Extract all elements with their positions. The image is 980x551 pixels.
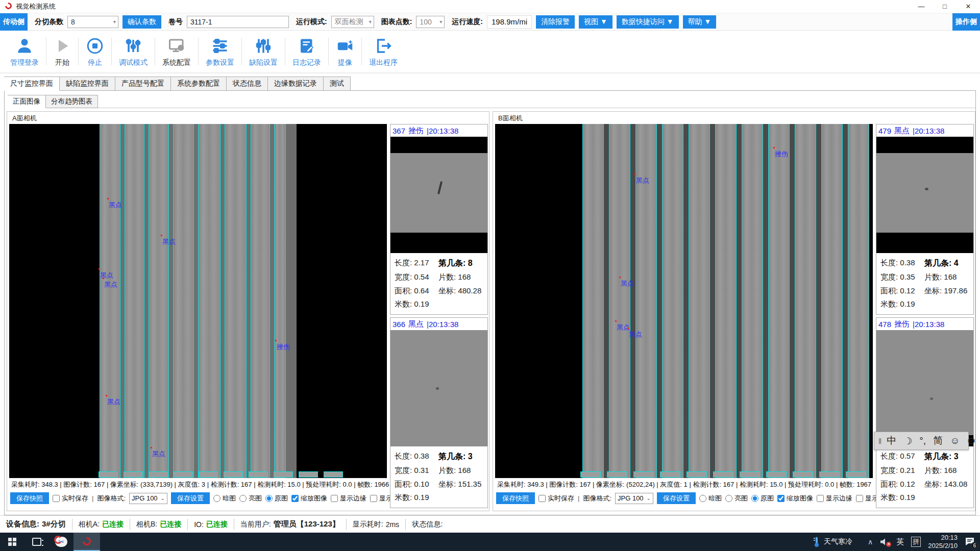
log-record-button[interactable]: 日志记录 [285,33,328,70]
windows-logo-icon [8,538,16,546]
show-edge-checkbox[interactable]: 显示边缘 [817,494,852,503]
original-image-radio[interactable]: 原图 [265,494,288,503]
language-indicator[interactable]: 英 [896,537,904,547]
show-edge-checkbox[interactable]: 显示边缘 [331,494,366,503]
defect-marker: 黑点 [636,176,649,185]
dark-image-radio[interactable]: 暗图 [699,494,722,503]
image-format-select[interactable]: JPG 100⌄ [129,493,167,504]
main-tab-strip: 尺寸监控界面缺陷监控界面产品型号配置系统参数配置状态信息边缘数据记录测试 [4,77,980,91]
clock[interactable]: 20:13 2025/2/10 [928,534,958,550]
debug-mode-button[interactable]: 调试模式 [112,33,155,70]
main-tab[interactable]: 状态信息 [227,77,268,91]
weather-widget[interactable]: 天气寒冷 [813,536,852,547]
chart-points-select[interactable]: 100▾ [416,16,445,28]
panel-b-title: B面相机 [494,113,974,124]
vision-app-taskbar-button[interactable] [74,533,100,551]
realtime-save-checkbox[interactable]: 实时保存 [53,494,88,503]
defect-mark [930,397,933,400]
ime-mode-indicator[interactable]: 拼 [911,537,921,547]
bright-image-radio[interactable]: 亮图 [239,494,262,503]
defect-time: |20:13:38 [913,320,944,329]
zoom-image-checkbox[interactable]: 缩放图像 [291,494,327,503]
ime-drag-handle[interactable]: ‖ [878,437,880,445]
main-tab[interactable]: 尺寸监控界面 [4,77,60,91]
ime-items: 中☽°,简☺⚙ [887,434,975,447]
marker-layer-b: 挫伤黑点黑点黑点黑点 [495,124,873,478]
start-button[interactable]: 开始 [46,33,78,70]
confirm-count-button[interactable]: 确认条数 [122,15,161,29]
task-view-icon [32,538,41,546]
save-settings-button[interactable]: 保存设置 [171,492,210,504]
zoom-image-checkbox[interactable]: 缩放图像 [777,494,813,503]
roll-number-input[interactable] [187,16,289,28]
system-config-button[interactable]: 系统配置 [155,33,198,70]
minimize-button[interactable]: — [910,0,933,13]
defect-card[interactable]: 478 挫伤 |20:13:38 长度: 0.57 第几条: 3 宽度: 0.2… [876,317,974,508]
save-snapshot-button[interactable]: 保存快照 [10,492,49,504]
ime-toolbar-item[interactable]: ☽ [903,435,912,447]
notification-center-button[interactable]: 6 [965,537,975,547]
image-format-select[interactable]: JPG 100⌄ [615,493,653,504]
camera-image-a[interactable]: 黑点黑点黑点黑点挫伤黑点黑点 [9,124,387,478]
quick-access-menu-button[interactable]: 数据快捷访问 ▼ [617,15,679,29]
sub-tab[interactable]: 分布趋势图表 [46,95,98,108]
main-tab[interactable]: 边缘数据记录 [268,77,324,91]
defect-card[interactable]: 479 黑点 |20:13:38 长度: 0.38 第几条: 4 宽度: 0.3… [876,124,974,315]
start-button[interactable] [0,533,24,551]
main-tab[interactable]: 测试 [324,77,351,91]
bright-image-radio[interactable]: 亮图 [725,494,748,503]
view-menu-button[interactable]: 视图 ▼ [579,15,612,29]
help-menu-button[interactable]: 帮助 ▼ [683,15,717,29]
main-tab[interactable]: 缺陷监控界面 [60,77,115,91]
camera-a-status: 已连接 [102,520,124,529]
run-mode-select[interactable]: 双面检测▾ [331,16,374,28]
parameter-settings-button[interactable]: 参数设置 [199,33,241,70]
ime-toolbar-item[interactable]: 简 [933,434,943,447]
clear-alarm-button[interactable]: 清除报警 [536,15,575,29]
ime-toolbar-item[interactable]: °, [919,435,926,446]
realtime-save-checkbox[interactable]: 实时保存 [538,494,574,503]
app-logo-icon [81,536,93,547]
task-view-button[interactable] [24,533,49,551]
ime-toolbar-item[interactable]: ⚙ [967,435,976,447]
camera-panels: A面相机 黑点黑点黑点黑 [5,108,975,513]
defect-mark [436,387,439,390]
exit-program-button[interactable]: 退出程序 [362,33,405,70]
dark-image-radio[interactable]: 暗图 [213,494,236,503]
main-tab[interactable]: 产品型号配置 [115,77,171,91]
operate-side-button[interactable]: 操作侧 [952,13,980,31]
defect-id: 478 [878,320,891,329]
defect-card[interactable]: 366 黑点 |20:13:38 长度: 0.38 第几条: 3 宽度: 0.3… [390,317,488,508]
maximize-button[interactable]: □ [933,0,957,13]
snipping-tool-button[interactable]: ✂ [49,533,74,551]
volume-muted-icon[interactable]: ✕ [880,538,889,546]
close-button[interactable]: ✕ [957,0,980,13]
chevron-down-icon: ⌄ [161,495,165,501]
current-user-label: 当前用户: [240,520,271,529]
monitor-gear-icon [167,36,186,56]
roll-number-label: 卷号 [168,17,183,27]
save-snapshot-button[interactable]: 保存快照 [496,492,535,504]
save-settings-button[interactable]: 保存设置 [657,492,696,504]
display-time-value: 2ms [386,520,399,529]
capture-image-button[interactable]: 提像 [329,33,361,70]
ime-toolbar-item[interactable]: ☺ [950,435,960,446]
stop-button[interactable]: 停止 [79,33,111,70]
stop-icon [86,36,104,56]
clock-date: 2025/2/10 [928,542,958,549]
drive-side-button[interactable]: 传动侧 [0,13,28,31]
original-image-radio[interactable]: 原图 [751,494,774,503]
admin-login-button[interactable]: 管理登录 [3,33,46,70]
defect-card[interactable]: 367 挫伤 |20:13:38 长度: 2.17 第几条: 8 宽度: 0.5… [390,124,488,315]
sub-tab[interactable]: 正面图像 [8,95,46,108]
defect-settings-button[interactable]: 缺陷设置 [242,33,285,70]
run-speed-label: 运行速度: [452,17,483,27]
ime-toolbar-item[interactable]: 中 [887,434,896,447]
camera-image-b[interactable]: 挫伤黑点黑点黑点黑点 [495,124,873,478]
main-tab[interactable]: 系统参数配置 [171,77,227,91]
tray-expand-button[interactable]: ∧ [868,538,873,546]
slit-count-select[interactable]: 8▾ [67,16,118,28]
defect-card-header: 478 挫伤 |20:13:38 [876,318,973,330]
ime-toolbar[interactable]: ‖ 中☽°,简☺⚙ [874,432,969,450]
defect-cards-a: 367 挫伤 |20:13:38 长度: 2.17 第几条: 8 宽度: 0.5… [390,124,488,508]
